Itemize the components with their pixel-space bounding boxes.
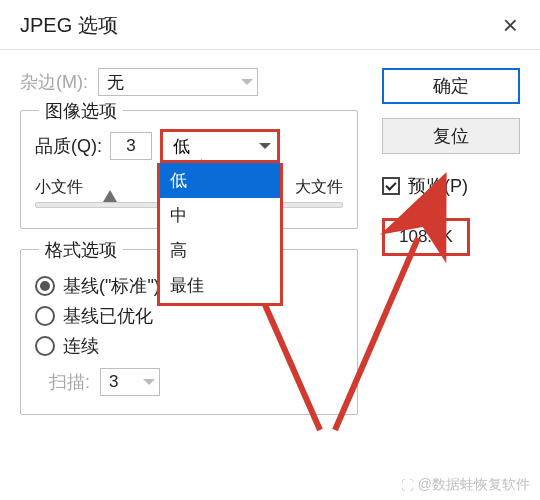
quality-input[interactable]: 3 [110,132,152,160]
radio-label: 连续 [63,334,99,358]
preset-option-best[interactable]: 最佳 [160,268,280,303]
radio-progressive[interactable]: 连续 [35,334,343,358]
reset-label: 复位 [433,124,469,148]
scans-value: 3 [109,372,118,392]
radio-baseline-optimized[interactable]: 基线已优化 [35,304,343,328]
close-icon[interactable]: × [497,10,524,41]
format-options-legend: 格式选项 [39,238,123,262]
quality-preset-value: 低 [173,135,190,158]
quality-row: 品质(Q): 3 低 低 中 高 最佳 [35,129,343,163]
image-options-legend: 图像选项 [39,99,123,123]
window-title: JPEG 选项 [20,12,118,39]
quality-preset-wrap: 低 低 中 高 最佳 [160,129,280,163]
chevron-down-icon [259,143,271,149]
image-options-fieldset: 图像选项 品质(Q): 3 低 低 中 高 最佳 小文件 大文件 [20,110,358,229]
matte-value: 无 [107,71,124,94]
small-file-label: 小文件 [35,177,83,198]
watermark: ⛶ @数据蛙恢复软件 [401,476,530,494]
matte-label: 杂边(M): [20,70,88,94]
quality-label: 品质(Q): [35,134,102,158]
ok-button[interactable]: 确定 [382,68,520,104]
checkmark-icon [385,179,396,190]
radio-icon [35,306,55,326]
titlebar: JPEG 选项 × [0,0,540,50]
quality-value: 3 [126,136,135,156]
preview-label: 预览(P) [408,174,468,198]
ok-label: 确定 [433,74,469,98]
scans-row: 扫描: 3 [49,368,343,396]
file-size-display: 108.1K [382,218,470,256]
preset-option-medium[interactable]: 中 [160,198,280,233]
quality-preset-dropdown: 低 中 高 最佳 [157,163,283,306]
preview-checkbox-row[interactable]: 预览(P) [382,174,520,198]
radio-icon [35,336,55,356]
scans-select[interactable]: 3 [100,368,160,396]
radio-label: 基线已优化 [63,304,153,328]
quality-preset-select[interactable]: 低 [160,129,280,163]
watermark-icon: ⛶ [401,478,414,493]
large-file-label: 大文件 [295,177,343,198]
chevron-down-icon [143,379,155,385]
radio-icon [35,276,55,296]
watermark-text: @数据蛙恢复软件 [418,476,530,494]
reset-button[interactable]: 复位 [382,118,520,154]
slider-thumb-icon[interactable] [103,190,117,202]
radio-dot-icon [40,281,50,291]
preset-option-low[interactable]: 低 [160,163,280,198]
chevron-down-icon [241,79,253,85]
preset-option-high[interactable]: 高 [160,233,280,268]
scans-label: 扫描: [49,370,90,394]
radio-label: 基线("标准") [63,274,160,298]
checkbox-icon [382,177,400,195]
right-column: 确定 复位 预览(P) 108.1K [382,68,520,256]
matte-select[interactable]: 无 [98,68,258,96]
